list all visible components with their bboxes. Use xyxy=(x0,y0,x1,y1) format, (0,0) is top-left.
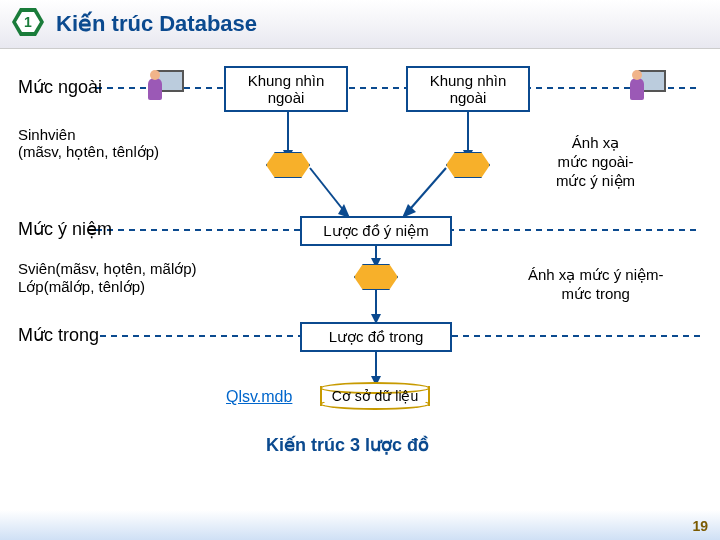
page-title: Kiến trúc Database xyxy=(56,11,257,37)
page-number: 19 xyxy=(692,518,708,534)
mapping-hex-icon xyxy=(354,264,398,290)
svg-line-9 xyxy=(404,168,446,216)
conceptual-schema-example: Sviên(mãsv, họtên, mãlớp) Lớp(mãlớp, tên… xyxy=(18,260,197,296)
conceptual-schema-box: Lược đồ ý niệm xyxy=(300,216,452,246)
user-at-computer-icon xyxy=(628,64,676,112)
external-view-box-2: Khung nhìn ngoài xyxy=(406,66,530,112)
mapping-hex-icon xyxy=(446,152,490,178)
database-file-link[interactable]: Qlsv.mdb xyxy=(226,388,292,406)
internal-schema-box: Lược đồ trong xyxy=(300,322,452,352)
mapping-hex-icon xyxy=(266,152,310,178)
footer-bar: 19 xyxy=(0,510,720,540)
database-cylinder-icon: Cơ sở dữ liệu xyxy=(320,382,430,410)
external-view-box-1: Khung nhìn ngoài xyxy=(224,66,348,112)
database-label: Cơ sở dữ liệu xyxy=(320,388,430,404)
diagram-canvas: Mức ngoài Sinhviên (mãsv, họtên, tênlớp)… xyxy=(0,48,720,500)
level-conceptual-label: Mức ý niệm xyxy=(18,218,112,240)
section-number: 1 xyxy=(16,12,40,32)
section-badge: 1 xyxy=(12,8,44,40)
level-external-label: Mức ngoài xyxy=(18,76,102,98)
mapping-conceptual-internal: Ánh xạ mức ý niệm- mức trong xyxy=(528,266,664,304)
diagram-caption: Kiến trúc 3 lược đồ xyxy=(266,434,429,456)
svg-line-5 xyxy=(310,168,348,216)
mapping-external-conceptual: Ánh xạ mức ngoài- mức ý niệm xyxy=(556,134,635,190)
external-schema-example: Sinhviên (mãsv, họtên, tênlớp) xyxy=(18,126,159,161)
level-internal-label: Mức trong xyxy=(18,324,99,346)
user-at-computer-icon xyxy=(146,64,194,112)
title-bar: 1 Kiến trúc Database xyxy=(0,0,720,49)
